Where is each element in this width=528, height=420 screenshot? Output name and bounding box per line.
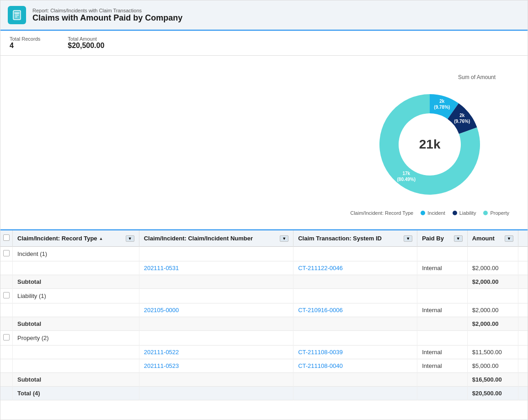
summary-bar: Total Records 4 Total Amount $20,500.00 [0,31,528,56]
total-spacer [518,387,528,400]
row-paid-by: Internal [417,346,468,359]
row-claim-number[interactable]: 202111-0531 [139,261,293,275]
table-row: 202111-0531 CT-211122-0046 Internal $2,0… [0,261,528,275]
group-header-row: Incident (1) [0,247,528,261]
row-amount: $2,000.00 [467,261,518,275]
subtotal-label: Subtotal [13,317,139,331]
report-icon [8,6,26,24]
row-paid-by: Internal [417,261,468,275]
legend-item-incident: Incident [421,210,445,216]
row-record-type [13,359,139,373]
row-claim-number[interactable]: 202105-0000 [139,303,293,317]
row-system-id[interactable]: CT-211122-0046 [293,261,417,275]
total-system-empty [293,387,417,400]
total-checkbox-cell [0,387,13,400]
th-record-type: Claim/Incident: Record Type ▲ ▼ [13,230,139,247]
legend-label-property: Property [490,210,509,216]
group-record-type: Property (2) [13,331,139,346]
total-records-label: Total Records [10,36,40,42]
row-amount: $5,000.00 [467,359,518,373]
select-all-checkbox[interactable] [3,234,10,241]
subtotal-system-empty [293,275,417,289]
subtotal-amount: $16,500.00 [467,373,518,387]
subtotal-paid-empty [417,373,468,387]
subtotal-checkbox-cell [0,317,13,331]
sort-icon-record-type[interactable]: ▲ [99,236,103,241]
group-spacer [518,289,528,303]
svg-rect-5 [14,12,20,14]
total-amount-value: $20,500.00 [68,42,104,50]
chart-wrapper: Sum of Amount 2k(9.78%)2k(9.76%)17k(80.4… [350,74,509,216]
th-record-type-label: Claim/Incident: Record Type [17,235,97,242]
table-row: 202105-0000 CT-210916-0006 Internal $2,0… [0,303,528,317]
group-checkbox[interactable] [3,334,10,340]
th-claim-number-label: Claim/Incident: Claim/Incident Number [144,235,253,242]
filter-btn-paid-by[interactable]: ▼ [454,235,463,242]
th-amount: Amount ▼ [467,230,518,247]
row-record-type [13,303,139,317]
row-paid-by: Internal [417,359,468,373]
group-amount-empty [467,247,518,261]
subtotal-system-empty [293,317,417,331]
filter-btn-system-id[interactable]: ▼ [404,235,412,242]
subtotal-row: Subtotal $2,000.00 [0,317,528,331]
table-header-row: Claim/Incident: Record Type ▲ ▼ Claim/In… [0,230,528,247]
th-amount-label: Amount [472,235,495,242]
header-text: Report: Claims/Incidents with Claim Tran… [32,8,182,23]
th-claim-number: Claim/Incident: Claim/Incident Number ▼ [139,230,293,247]
row-checkbox-cell [0,303,13,317]
row-spacer [518,346,528,359]
filter-btn-claim-number[interactable]: ▼ [280,235,288,242]
th-paid-by: Paid By ▼ [417,230,468,247]
row-claim-number[interactable]: 202111-0523 [139,359,293,373]
total-claim-empty [139,387,293,400]
group-checkbox[interactable] [3,292,10,298]
group-record-type: Incident (1) [13,247,139,261]
group-claim-number-empty [139,247,293,261]
subtotal-amount: $2,000.00 [467,275,518,289]
table-row: 202111-0522 CT-211108-0039 Internal $11,… [0,346,528,359]
group-paid-by-empty [417,289,468,303]
group-checkbox-cell [0,331,13,346]
total-amount-label: Total Amount [68,36,104,42]
legend-item-property: Property [483,210,509,216]
row-record-type [13,261,139,275]
group-checkbox-cell [0,289,13,303]
group-spacer [518,331,528,346]
subtotal-row: Subtotal $2,000.00 [0,275,528,289]
chart-area: Sum of Amount 2k(9.78%)2k(9.76%)17k(80.4… [0,56,528,229]
th-system-id: Claim Transaction: System ID ▼ [293,230,417,247]
subtotal-spacer [518,317,528,331]
total-paid-empty [417,387,468,400]
chart-legend: Claim/Incident: Record Type Incident Lia… [350,210,509,216]
subtotal-spacer [518,275,528,289]
subtotal-paid-empty [417,317,468,331]
header-title: Claims with Amount Paid by Company [32,13,182,23]
header-checkbox-cell [0,230,13,247]
subtotal-checkbox-cell [0,275,13,289]
filter-btn-amount[interactable]: ▼ [505,235,513,242]
th-spacer [518,230,528,247]
row-system-id[interactable]: CT-211108-0039 [293,346,417,359]
filter-btn-record-type[interactable]: ▼ [126,235,134,242]
subtotal-row: Subtotal $16,500.00 [0,373,528,387]
subtotal-amount: $2,000.00 [467,317,518,331]
total-records-value: 4 [10,42,40,50]
group-system-id-empty [293,247,417,261]
row-system-id[interactable]: CT-210916-0006 [293,303,417,317]
subtotal-label: Subtotal [13,275,139,289]
th-system-id-label: Claim Transaction: System ID [298,235,382,242]
table-section: Claim/Incident: Record Type ▲ ▼ Claim/In… [0,229,528,409]
subtotal-system-empty [293,373,417,387]
group-spacer [518,247,528,261]
group-checkbox[interactable] [3,250,10,256]
subtotal-spacer [518,373,528,387]
total-amount-item: Total Amount $20,500.00 [68,36,104,50]
legend-dot-incident [421,211,425,215]
total-label: Total (4) [13,387,139,400]
legend-dot-liability [453,211,457,215]
row-amount: $2,000.00 [467,303,518,317]
row-claim-number[interactable]: 202111-0522 [139,346,293,359]
row-system-id[interactable]: CT-211108-0040 [293,359,417,373]
row-amount: $11,500.00 [467,346,518,359]
